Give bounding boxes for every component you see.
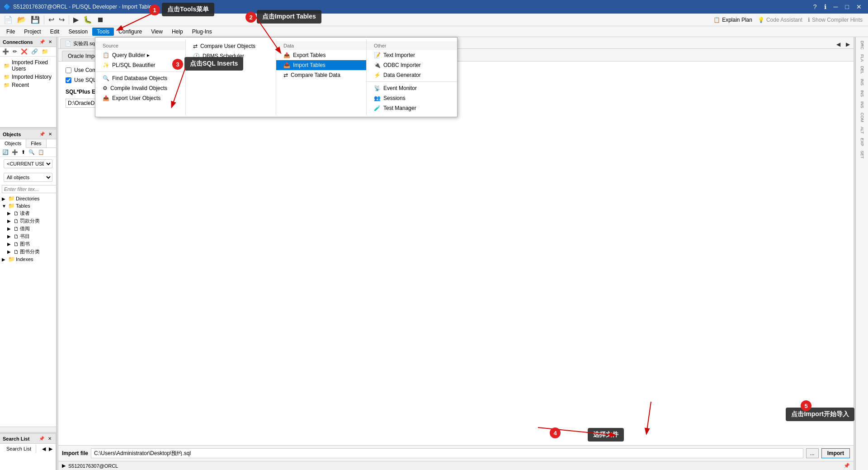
tree-jieyue[interactable]: ▶ 🗋 借阅 [0,225,56,233]
search-nav-right[interactable]: ▶ [47,446,54,452]
filter-input[interactable] [2,185,57,193]
search-nav-left[interactable]: ◀ [41,446,47,452]
import-tables-item[interactable]: 📥 Import Tables [276,60,366,70]
conn-add-btn[interactable]: ➕ [1,48,10,55]
menu-project[interactable]: Project [19,28,45,36]
menu-plugins[interactable]: Plug-Ins [188,28,217,36]
edge-fla[interactable]: FLA [860,52,864,64]
obj-sort-btn[interactable]: ⬆ [20,149,27,156]
conn-del-btn[interactable]: ❌ [19,48,29,55]
tab-files[interactable]: Files [26,139,46,147]
event-monitor-item[interactable]: 📡 Event Monitor [367,83,457,93]
tab-scroll-left[interactable]: ◀ [835,40,842,48]
maximize-btn[interactable]: □ [843,2,852,11]
use-command-window-checkbox[interactable] [66,67,71,73]
import-start-btn[interactable]: Import [821,448,850,458]
data-generator-item[interactable]: ⚡ Data Generator [367,70,457,80]
code-assistant-btn[interactable]: 💡 Code Assistant [758,17,802,23]
explain-plan-btn[interactable]: 📋 Explain Plan [713,17,752,23]
plsql-beautifier-item[interactable]: ✨ PL/SQL Beautifier [95,60,185,70]
tab-objects[interactable]: Objects [0,139,26,148]
menu-view[interactable]: View [146,28,167,36]
tree-tables[interactable]: ▼ 📁 Tables [0,202,56,209]
undo-btn[interactable]: ↩ [47,14,56,25]
info-btn[interactable]: ℹ [821,2,829,11]
search-pin-btn[interactable]: 📌 [38,436,46,442]
search-list-tab[interactable]: Search List [2,445,36,453]
browse-file-btn[interactable]: ... [806,448,819,458]
edge-ins1[interactable]: INS [860,77,864,87]
compile-label: Compile Invalid Objects [110,85,167,91]
edge-exp[interactable]: EXP [860,136,864,148]
import-file-input[interactable] [91,448,803,458]
export-user-item[interactable]: 📤 Export User Objects [95,93,185,103]
dbms-scheduler-item[interactable]: 🕐 DBMS Scheduler [186,51,276,61]
compiler-hints-label: Show Compiler Hints [812,17,863,23]
tree-fakuan[interactable]: ▶ 🗋 罚款分类 [0,217,56,225]
sessions-item[interactable]: 👥 Sessions [367,93,457,103]
open-btn[interactable]: 📂 [15,14,28,25]
find-db-objects-item[interactable]: 🔍 Find Database Objects [95,73,185,83]
window-controls[interactable]: ? ℹ ─ □ ✕ [811,2,864,11]
obj-add-btn[interactable]: ➕ [10,149,19,156]
debug-btn[interactable]: 🐛 [81,14,94,25]
right-edge-panel: DRC FLA DEL INS INS INS COM ALT EXP SET [855,37,868,470]
close-btn[interactable]: ✕ [854,2,864,11]
edge-set[interactable]: SET [860,149,864,161]
obj-close-btn[interactable]: ✕ [47,131,53,137]
tree-tushu[interactable]: ▶ 🗋 图书 [0,240,56,248]
stop-btn[interactable]: ⏹ [95,15,106,25]
compare-table-data-item[interactable]: ⇄ Compare Table Data [276,70,366,80]
conn-recent[interactable]: 📁 Recent [0,81,56,89]
conn-pin-btn[interactable]: 📌 [38,39,46,45]
text-importer-item[interactable]: 📝 Text Importer [367,50,457,60]
menu-configure[interactable]: Configure [114,28,146,36]
objects-hscrollbar[interactable] [0,427,56,432]
obj-refresh-btn[interactable]: 🔄 [1,149,10,156]
run-btn[interactable]: ▶ [71,14,80,25]
edge-ins2[interactable]: INS [860,88,864,99]
tab-scroll-right[interactable]: ▶ [844,40,852,48]
user-dropdown[interactable]: <CURRENT USER> [4,159,52,168]
query-builder-item[interactable]: 📋 Query Builder ▸ [95,50,185,60]
save-btn[interactable]: 💾 [29,14,42,25]
conn-folder-btn[interactable]: 📁 [40,48,50,55]
tree-directories[interactable]: ▶ 📁 Directories [0,195,56,202]
tree-duzhe[interactable]: ▶ 🗋 读者 [0,209,56,217]
compiler-hints-btn[interactable]: ℹ Show Compiler Hints [808,17,863,23]
new-btn[interactable]: 📄 [2,14,14,25]
minimize-btn[interactable]: ─ [831,2,841,11]
edge-del[interactable]: DEL [860,64,864,76]
menu-edit[interactable]: Edit [46,28,64,36]
use-sqlplus-checkbox[interactable] [66,77,71,83]
edge-alt[interactable]: ALT [860,125,864,136]
redo-btn[interactable]: ↪ [57,14,66,25]
obj-pin-btn[interactable]: 📌 [38,131,46,137]
conn-imported-history[interactable]: 📁 Imported History [0,73,56,81]
test-manager-item[interactable]: 🧪 Test Manager [367,103,457,113]
odbc-importer-item[interactable]: 🔌 ODBC Importer [367,60,457,70]
export-tables-item[interactable]: 📤 Export Tables [276,50,366,60]
tree-shumu[interactable]: ▶ 🗋 书目 [0,233,56,240]
obj-filter-btn[interactable]: 🔍 [27,149,36,156]
compile-invalid-item[interactable]: ⚙ Compile Invalid Objects [95,83,185,93]
edge-ins3[interactable]: INS [860,100,864,110]
menu-session[interactable]: Session [64,28,92,36]
compare-user-item[interactable]: ⇄ Compare User Objects [186,41,276,51]
menu-help[interactable]: Help [167,28,188,36]
edge-drc[interactable]: DRC [860,39,864,52]
edge-com[interactable]: COM [860,111,864,124]
connections-list: 📁 Imported Fixed Users 📁 Imported Histor… [0,57,56,127]
menu-file[interactable]: File [2,28,19,36]
obj-copy-btn[interactable]: 📋 [37,149,46,156]
conn-edit-btn[interactable]: ✏ [11,48,19,55]
conn-connect-btn[interactable]: 🔗 [30,48,39,55]
tree-indexes[interactable]: ▶ 📁 Indexes [0,256,56,263]
conn-fixed-users[interactable]: 📁 Imported Fixed Users [0,58,56,73]
all-objects-dropdown[interactable]: All objects [4,173,52,182]
conn-close-btn[interactable]: ✕ [47,39,53,45]
menu-tools[interactable]: Tools [92,28,114,36]
search-close-btn[interactable]: ✕ [47,436,53,442]
help-btn[interactable]: ? [811,2,820,11]
tree-tushu-fenlei[interactable]: ▶ 🗋 图书分类 [0,248,56,256]
